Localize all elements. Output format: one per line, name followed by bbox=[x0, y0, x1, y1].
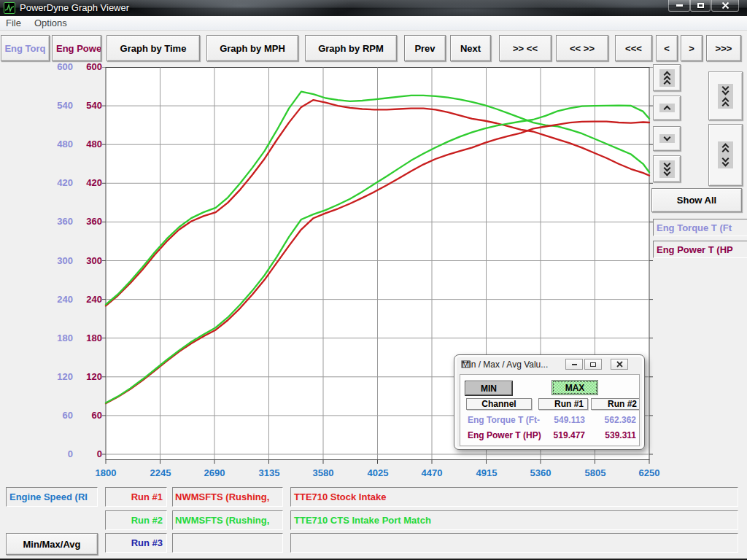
step-back-button[interactable]: < bbox=[656, 35, 678, 61]
y-axis-label-power: 540 bbox=[51, 100, 102, 112]
maximize-icon bbox=[590, 362, 596, 367]
zoom-in-button[interactable]: >> << bbox=[499, 35, 551, 61]
x-axis-label: 4470 bbox=[406, 467, 457, 479]
torque-channel-box[interactable]: Eng Torque T (Ft bbox=[653, 219, 747, 236]
collapse-scale-button[interactable] bbox=[708, 71, 743, 120]
close-icon bbox=[721, 1, 729, 9]
chevrons-diverge-icon bbox=[718, 141, 733, 168]
y-axis-label-power: 60 bbox=[51, 410, 102, 421]
graph-by-rpm-button[interactable]: Graph by RPM bbox=[305, 35, 397, 61]
y-axis-label-power: 360 bbox=[51, 216, 102, 228]
torque-run2-max: 562.362 bbox=[583, 415, 636, 425]
y-axis-label-power: 300 bbox=[51, 255, 102, 267]
eng-torque-axis-button[interactable]: Eng Torq bbox=[1, 35, 50, 61]
x-axis-label: 3580 bbox=[298, 467, 349, 479]
power-run2-max: 539.311 bbox=[583, 430, 636, 440]
close-icon bbox=[616, 361, 623, 368]
run1-label-box: Run #1 bbox=[105, 487, 167, 507]
y-axis-label-power: 180 bbox=[51, 332, 102, 344]
run1-file-box: NWMSFTS (Rushing, bbox=[172, 487, 283, 507]
minmax-window[interactable]: Min / Max / Avg Valu... MIN MAX Channel … bbox=[454, 354, 645, 450]
minmax-close-button[interactable] bbox=[611, 359, 628, 370]
y-axis-label-power: 240 bbox=[51, 294, 102, 306]
torque-run1-max: 549.113 bbox=[530, 415, 585, 425]
y-axis-label-power: 420 bbox=[51, 177, 102, 189]
app-window: PowerDyne Graph Viewer File Options Eng … bbox=[0, 0, 747, 560]
y-axis-label-power: 0 bbox=[51, 448, 102, 460]
minmax-table-panel: MIN MAX Channel Run #1 Run #2 Eng Torque… bbox=[460, 374, 640, 446]
run2-label-box: Run #2 bbox=[105, 510, 167, 530]
chevron-down-icon bbox=[659, 134, 675, 143]
y-axis-label-power: 480 bbox=[51, 139, 102, 150]
run3-label-box: Run #3 bbox=[105, 533, 167, 553]
scroll-down-button[interactable] bbox=[653, 126, 681, 151]
power-channel-box[interactable]: Eng Power T (HP bbox=[653, 241, 747, 258]
run3-file-box bbox=[172, 533, 283, 553]
eng-power-axis-button[interactable]: Eng Powe bbox=[52, 35, 101, 61]
maximize-button[interactable] bbox=[690, 0, 711, 12]
triple-chevron-up-icon bbox=[659, 69, 675, 87]
graph-by-time-button[interactable]: Graph by Time bbox=[107, 35, 200, 61]
x-axis-label: 1800 bbox=[80, 467, 131, 479]
min-toggle-button[interactable]: MIN bbox=[465, 381, 512, 395]
x-axis-label: 3135 bbox=[244, 467, 295, 479]
prev-button[interactable]: Prev bbox=[404, 35, 446, 61]
maximize-icon bbox=[697, 3, 704, 8]
scroll-up-fast-button[interactable] bbox=[653, 64, 681, 91]
expand-scale-button[interactable] bbox=[708, 124, 743, 186]
chevrons-converge-icon bbox=[718, 84, 733, 109]
x-axis-label: 5360 bbox=[515, 467, 566, 479]
minmax-window-title: Min / Max / Avg Valu... bbox=[462, 359, 548, 370]
run2-description-box[interactable]: TTE710 CTS Intake Port Match bbox=[290, 510, 738, 530]
x-axis-label: 5805 bbox=[570, 467, 621, 479]
scroll-down-fast-button[interactable] bbox=[653, 155, 681, 182]
minmax-maximize-button[interactable] bbox=[584, 359, 602, 370]
run2-file-box: NWMSFTS (Rushing, bbox=[172, 510, 283, 530]
menu-bar: File Options bbox=[0, 16, 747, 31]
menu-file[interactable]: File bbox=[6, 18, 21, 28]
power-run1-max: 519.477 bbox=[530, 430, 585, 440]
y-axis-label-power: 600 bbox=[51, 61, 102, 73]
run1-description-box[interactable]: TTE710 Stock Intake bbox=[290, 487, 738, 507]
x-axis-label: 2245 bbox=[135, 467, 186, 479]
x-axis-label: 6250 bbox=[624, 467, 675, 479]
minmax-minimize-button[interactable] bbox=[565, 359, 583, 370]
chevron-up-icon bbox=[659, 104, 675, 112]
x-axis-label: 4025 bbox=[352, 467, 403, 479]
channel-column-header: Channel bbox=[466, 398, 532, 410]
zoom-out-button[interactable]: << >> bbox=[556, 35, 608, 61]
close-button[interactable] bbox=[711, 0, 739, 12]
x-channel-box[interactable]: Engine Speed (RI bbox=[6, 487, 98, 507]
minimize-icon bbox=[676, 4, 683, 7]
minmax-avg-button[interactable]: Min/Max/Avg bbox=[6, 533, 98, 555]
menu-options[interactable]: Options bbox=[34, 18, 67, 28]
graph-by-mph-button[interactable]: Graph by MPH bbox=[206, 35, 298, 61]
max-toggle-button[interactable]: MAX bbox=[551, 380, 598, 395]
next-button[interactable]: Next bbox=[450, 35, 491, 61]
show-all-button[interactable]: Show All bbox=[651, 188, 742, 212]
go-first-button[interactable]: <<< bbox=[615, 35, 652, 61]
app-icon bbox=[4, 2, 15, 14]
x-axis-label: 2690 bbox=[189, 467, 240, 479]
window-title: PowerDyne Graph Viewer bbox=[20, 2, 129, 13]
run1-column-header: Run #1 bbox=[538, 398, 588, 410]
triple-chevron-down-icon bbox=[659, 160, 675, 178]
minimize-icon bbox=[572, 364, 577, 365]
x-axis-label: 4915 bbox=[461, 467, 512, 479]
go-last-button[interactable]: >>> bbox=[706, 35, 741, 61]
minimize-button[interactable] bbox=[668, 0, 690, 12]
run3-description-box[interactable] bbox=[290, 533, 738, 553]
step-forward-button[interactable]: > bbox=[681, 35, 703, 61]
title-bar: PowerDyne Graph Viewer bbox=[0, 0, 747, 16]
run2-column-header: Run #2 bbox=[591, 398, 640, 410]
scroll-up-button[interactable] bbox=[653, 96, 681, 120]
y-axis-label-power: 120 bbox=[51, 371, 102, 383]
